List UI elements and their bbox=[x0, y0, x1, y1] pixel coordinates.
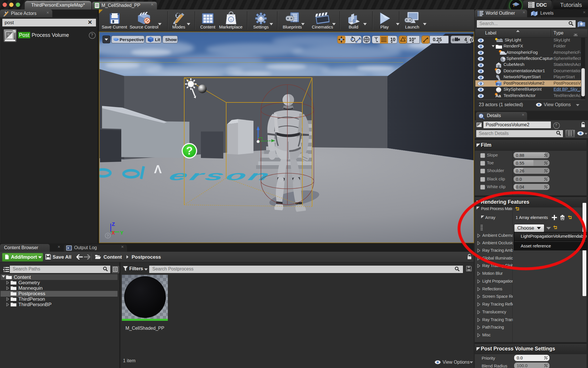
svg-text:?: ? bbox=[497, 69, 499, 74]
svg-text:4: 4 bbox=[464, 37, 467, 42]
svg-text:Perspective: Perspective bbox=[120, 37, 144, 42]
svg-text:?: ? bbox=[107, 234, 109, 238]
svg-text:X: X bbox=[112, 230, 115, 236]
svg-text:10: 10 bbox=[390, 37, 395, 42]
svg-text:Y: Y bbox=[120, 230, 124, 236]
svg-text:Z: Z bbox=[112, 221, 115, 228]
svg-text:u: u bbox=[230, 17, 232, 22]
svg-text:+: + bbox=[497, 83, 499, 87]
svg-text:Lit: Lit bbox=[155, 37, 160, 42]
svg-text:0.25: 0.25 bbox=[433, 37, 442, 42]
svg-text:erson: erson bbox=[167, 168, 275, 183]
svg-text:Show: Show bbox=[165, 37, 177, 42]
svg-text:?: ? bbox=[186, 145, 193, 157]
svg-text:Λ: Λ bbox=[154, 163, 162, 176]
svg-text:10°: 10° bbox=[409, 37, 416, 42]
